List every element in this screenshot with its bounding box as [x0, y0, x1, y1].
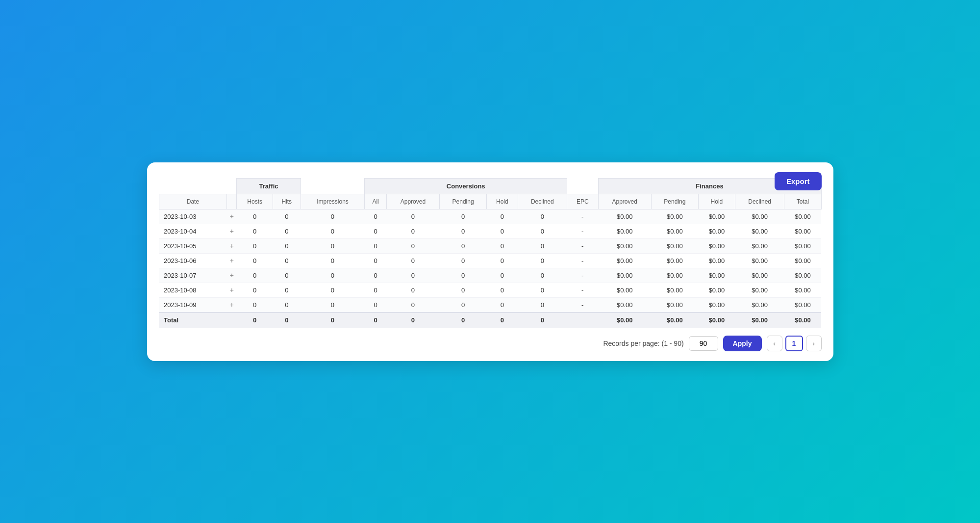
main-card: Export Traffic Conversions Finances Date…	[147, 162, 833, 361]
cell-expand[interactable]: +	[227, 253, 237, 268]
cell-hits: 0	[273, 238, 301, 253]
cell-impressions: 0	[301, 283, 365, 297]
cell-date: 2023-10-07	[159, 268, 227, 283]
col-expand	[227, 194, 237, 209]
data-table: Traffic Conversions Finances Date Hosts …	[159, 178, 822, 328]
export-button[interactable]: Export	[775, 172, 822, 190]
total-hold: 0	[487, 313, 518, 328]
cell-fin-pending: $0.00	[651, 253, 698, 268]
cell-total: $0.00	[784, 238, 821, 253]
cell-conv-approved: 0	[386, 224, 439, 238]
cell-declined: 0	[518, 253, 567, 268]
cell-hold: 0	[487, 238, 518, 253]
records-per-page-input[interactable]	[689, 336, 718, 351]
cell-impressions: 0	[301, 238, 365, 253]
cell-conv-approved: 0	[386, 238, 439, 253]
cell-expand[interactable]: +	[227, 283, 237, 297]
cell-fin-declined: $0.00	[735, 297, 784, 313]
cell-pending: 0	[440, 283, 487, 297]
total-conv-approved: 0	[386, 313, 439, 328]
cell-pending: 0	[440, 268, 487, 283]
cell-expand[interactable]: +	[227, 209, 237, 224]
cell-pending: 0	[440, 209, 487, 224]
cell-fin-approved: $0.00	[598, 268, 651, 283]
cell-impressions: 0	[301, 224, 365, 238]
cell-fin-pending: $0.00	[651, 297, 698, 313]
cell-pending: 0	[440, 238, 487, 253]
cell-declined: 0	[518, 238, 567, 253]
cell-hosts: 0	[237, 297, 273, 313]
cell-total: $0.00	[784, 297, 821, 313]
cell-hosts: 0	[237, 224, 273, 238]
cell-all: 0	[365, 209, 386, 224]
cell-fin-hold: $0.00	[698, 297, 735, 313]
cell-all: 0	[365, 253, 386, 268]
cell-expand[interactable]: +	[227, 268, 237, 283]
cell-fin-declined: $0.00	[735, 238, 784, 253]
table-row: 2023-10-04 + 0 0 0 0 0 0 0 0 - $0.00 $0.…	[159, 224, 821, 238]
col-fin-approved: Approved	[598, 194, 651, 209]
cell-fin-pending: $0.00	[651, 268, 698, 283]
total-expand	[227, 313, 237, 328]
group-traffic: Traffic	[237, 178, 301, 194]
cell-all: 0	[365, 268, 386, 283]
records-label: Records per page: (1 - 90)	[603, 340, 683, 347]
cell-hold: 0	[487, 283, 518, 297]
total-hosts: 0	[237, 313, 273, 328]
total-fin-declined: $0.00	[735, 313, 784, 328]
cell-fin-declined: $0.00	[735, 253, 784, 268]
cell-hold: 0	[487, 297, 518, 313]
apply-button[interactable]: Apply	[723, 336, 762, 351]
table-row: 2023-10-06 + 0 0 0 0 0 0 0 0 - $0.00 $0.…	[159, 253, 821, 268]
cell-hits: 0	[273, 283, 301, 297]
total-impressions: 0	[301, 313, 365, 328]
table-row: 2023-10-07 + 0 0 0 0 0 0 0 0 - $0.00 $0.…	[159, 268, 821, 283]
total-fin-approved: $0.00	[598, 313, 651, 328]
cell-fin-approved: $0.00	[598, 297, 651, 313]
total-label: Total	[159, 313, 227, 328]
cell-declined: 0	[518, 268, 567, 283]
col-fin-hold: Hold	[698, 194, 735, 209]
cell-expand[interactable]: +	[227, 238, 237, 253]
cell-fin-hold: $0.00	[698, 283, 735, 297]
next-page-button[interactable]: ›	[806, 336, 822, 351]
cell-expand[interactable]: +	[227, 224, 237, 238]
cell-hosts: 0	[237, 283, 273, 297]
col-conv-approved: Approved	[386, 194, 439, 209]
cell-epc: -	[567, 224, 598, 238]
table-row: 2023-10-08 + 0 0 0 0 0 0 0 0 - $0.00 $0.…	[159, 283, 821, 297]
cell-declined: 0	[518, 283, 567, 297]
cell-fin-approved: $0.00	[598, 253, 651, 268]
cell-fin-declined: $0.00	[735, 224, 784, 238]
cell-conv-approved: 0	[386, 283, 439, 297]
cell-hits: 0	[273, 268, 301, 283]
cell-hold: 0	[487, 224, 518, 238]
cell-conv-approved: 0	[386, 209, 439, 224]
cell-hold: 0	[487, 209, 518, 224]
cell-epc: -	[567, 297, 598, 313]
cell-all: 0	[365, 224, 386, 238]
group-conversions: Conversions	[365, 178, 567, 194]
table-row: 2023-10-09 + 0 0 0 0 0 0 0 0 - $0.00 $0.…	[159, 297, 821, 313]
cell-expand[interactable]: +	[227, 297, 237, 313]
cell-total: $0.00	[784, 253, 821, 268]
total-pending: 0	[440, 313, 487, 328]
cell-impressions: 0	[301, 268, 365, 283]
prev-page-button[interactable]: ‹	[767, 336, 782, 351]
cell-all: 0	[365, 283, 386, 297]
cell-pending: 0	[440, 253, 487, 268]
cell-hold: 0	[487, 268, 518, 283]
col-epc: EPC	[567, 194, 598, 209]
col-total: Total	[784, 194, 821, 209]
col-all: All	[365, 194, 386, 209]
cell-fin-declined: $0.00	[735, 268, 784, 283]
cell-total: $0.00	[784, 224, 821, 238]
pagination-bar: Records per page: (1 - 90) Apply ‹ 1 ›	[159, 336, 822, 351]
cell-date: 2023-10-09	[159, 297, 227, 313]
col-pending: Pending	[440, 194, 487, 209]
cell-hosts: 0	[237, 253, 273, 268]
cell-fin-pending: $0.00	[651, 209, 698, 224]
total-row: Total 0 0 0 0 0 0 0 0 $0.00 $0.00 $0.00 …	[159, 313, 821, 328]
cell-fin-approved: $0.00	[598, 238, 651, 253]
cell-declined: 0	[518, 224, 567, 238]
